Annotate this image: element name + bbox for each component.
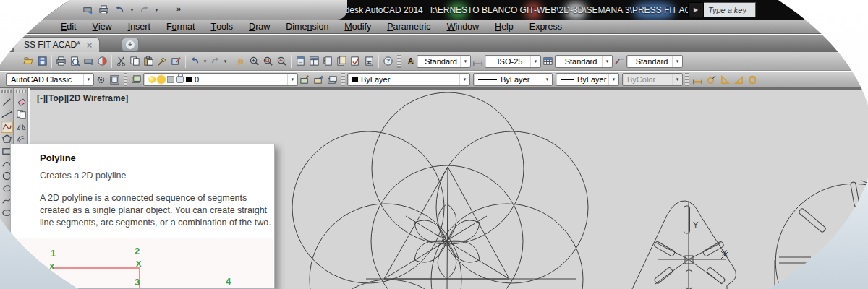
mleader-style-select[interactable]: Standard▼ (626, 55, 683, 68)
distance-icon[interactable] (691, 72, 705, 87)
sheet-set-icon[interactable] (335, 54, 349, 69)
table-style-select[interactable]: Standard▼ (555, 55, 613, 68)
cut-icon[interactable] (114, 54, 128, 69)
table-style-value: Standard (560, 57, 602, 66)
menu-view[interactable]: View (85, 20, 120, 33)
line-icon[interactable] (1, 96, 13, 108)
print-icon[interactable] (97, 3, 111, 17)
toolbar-separator (51, 55, 52, 68)
mirror-icon[interactable] (15, 121, 27, 133)
vertex-marker: X (136, 259, 141, 268)
toolbar-separator (111, 55, 112, 68)
table-style-icon[interactable] (541, 54, 555, 69)
layer-viewport-icon[interactable] (167, 76, 174, 83)
volume-icon[interactable] (746, 72, 760, 87)
zoom-realtime-icon[interactable] (247, 54, 261, 69)
polyline-tooltip: Polyline Creates a 2D polyline A 2D poly… (10, 144, 275, 289)
linetype-select[interactable]: ByLayer▼ (473, 73, 553, 86)
tool-palettes-icon[interactable] (321, 54, 335, 69)
menu-draw[interactable]: Draw (241, 20, 278, 33)
dim-style-select[interactable]: ISO-25▼ (485, 55, 541, 68)
new-tab-button[interactable]: + (122, 38, 139, 51)
layer-select[interactable]: 0▼ (143, 73, 298, 86)
copy-icon[interactable] (15, 108, 27, 121)
undo-dropdown-icon[interactable]: ▼ (129, 3, 135, 17)
more-commands-icon[interactable]: » (174, 4, 183, 13)
mleader-style-icon[interactable] (613, 54, 626, 69)
paste-icon[interactable] (142, 54, 156, 69)
menu-help[interactable]: Help (487, 20, 522, 33)
toolbar-grip[interactable] (341, 73, 345, 86)
construction-line-icon[interactable] (1, 108, 13, 121)
search-input[interactable]: Type a key (704, 2, 756, 17)
toolbar-grip[interactable] (397, 55, 401, 68)
plot-icon[interactable] (82, 54, 95, 69)
menu-edit[interactable]: Edit (53, 20, 85, 33)
redo-dropdown-icon[interactable]: ▼ (222, 54, 229, 69)
layer-previous-icon[interactable] (312, 72, 326, 87)
tooltip-body: A 2D polyline is a connected sequence of… (40, 192, 278, 229)
redo-dropdown-icon[interactable]: ▼ (153, 3, 160, 17)
layer-properties-icon[interactable] (129, 72, 143, 87)
viewport-dialog-icon[interactable] (108, 72, 122, 87)
angle-icon[interactable] (718, 72, 732, 87)
erase-icon[interactable] (15, 96, 27, 108)
menu-window[interactable]: Window (439, 20, 487, 33)
layer-color-swatch (186, 77, 192, 82)
toolbar-grip[interactable] (124, 73, 127, 86)
markup-icon[interactable] (349, 54, 362, 69)
preview-icon[interactable] (68, 54, 82, 69)
toolbar-grip[interactable] (685, 73, 689, 86)
menu-dimension[interactable]: Dimension (278, 20, 336, 33)
toolbar-separator (291, 55, 292, 68)
color-select[interactable]: ByLayer▼ (347, 73, 470, 86)
layer-states-icon[interactable] (326, 72, 339, 87)
menu-tools[interactable]: Tools (203, 20, 242, 33)
workspace-select[interactable]: AutoCAD Classic▼ (6, 73, 94, 86)
plot-style-value: ByColor (627, 75, 672, 84)
quickcalc-icon[interactable] (362, 54, 376, 69)
print-icon[interactable] (54, 54, 68, 69)
pan-icon[interactable] (234, 54, 247, 69)
open-icon[interactable] (22, 54, 35, 69)
redo-icon[interactable] (137, 3, 151, 17)
zoom-previous-icon[interactable] (275, 54, 289, 69)
plot-icon[interactable] (81, 3, 95, 17)
lineweight-select[interactable]: ByLayer▼ (556, 73, 619, 86)
menu-express[interactable]: Express (522, 20, 570, 33)
zoom-window-icon[interactable] (261, 54, 275, 69)
publish-icon[interactable] (95, 54, 109, 69)
menu-parametric[interactable]: Parametric (379, 20, 438, 33)
undo-icon[interactable] (113, 3, 127, 17)
menu-modify[interactable]: Modify (336, 20, 379, 33)
slope-icon[interactable] (732, 72, 746, 87)
designcenter-icon[interactable] (307, 54, 321, 69)
match-properties-icon[interactable] (156, 54, 169, 69)
redo-icon[interactable] (208, 54, 222, 69)
polyline-icon[interactable] (1, 121, 13, 133)
workspace-settings-icon[interactable] (94, 72, 108, 87)
dim-style-icon[interactable] (471, 54, 485, 69)
file-tab-active[interactable]: SS FIT ACAD* × (13, 37, 100, 52)
menu-insert[interactable]: Insert (120, 20, 158, 33)
locate-point-icon[interactable] (705, 72, 718, 87)
menu-format[interactable]: Format (158, 20, 203, 33)
make-current-icon[interactable] (298, 72, 312, 87)
search-go-icon[interactable]: ▶ (688, 2, 704, 17)
tab-close-icon[interactable]: × (87, 40, 93, 50)
help-icon[interactable]: ? (381, 54, 395, 69)
undo-dropdown-icon[interactable]: ▼ (202, 54, 208, 69)
layer-thaw-icon[interactable] (158, 76, 165, 83)
properties-icon[interactable] (294, 54, 307, 69)
vertex-label: 1 (51, 248, 56, 259)
block-editor-icon[interactable] (169, 54, 183, 69)
text-style-icon[interactable]: A (403, 54, 417, 69)
toolbar-grip[interactable] (16, 90, 26, 93)
copy-icon[interactable] (128, 54, 142, 69)
layer-on-icon[interactable] (148, 76, 156, 83)
text-style-select[interactable]: Standard▼ (417, 55, 471, 68)
layer-unlock-icon[interactable] (176, 76, 184, 83)
undo-icon[interactable] (188, 54, 202, 69)
toolbar-grip[interactable] (1, 90, 12, 93)
save-icon[interactable] (35, 54, 49, 69)
